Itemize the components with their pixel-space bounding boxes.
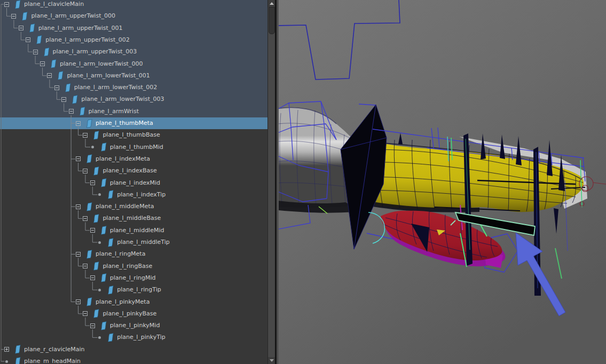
collapse-toggle-icon[interactable]: [90, 275, 95, 280]
scroll-up-button[interactable]: [268, 0, 276, 7]
tree-item-label: plane_l_arm_upperTwist_001: [38, 22, 123, 34]
poly-plane-icon: [43, 48, 50, 57]
scroll-down-button[interactable]: [268, 357, 276, 364]
leaf-node-dot: [98, 289, 101, 291]
tree-item-plane_l_ringBase[interactable]: plane_l_ringBase: [0, 260, 267, 272]
collapse-toggle-icon[interactable]: [33, 50, 38, 54]
tree-item-plane_l_arm_upperTwist_002[interactable]: plane_l_arm_upperTwist_002: [0, 34, 267, 46]
up-arrow-icon: [270, 2, 274, 5]
collapse-toggle-icon[interactable]: [83, 264, 88, 268]
tree-item-plane_l_middleTip[interactable]: plane_l_middleTip: [0, 236, 267, 248]
tree-item-plane_l_arm_lowerTwist_000[interactable]: plane_l_arm_lowerTwist_000: [0, 58, 267, 70]
down-arrow-icon: [270, 359, 274, 362]
panel-divider[interactable]: [275, 0, 279, 364]
poly-plane-icon: [85, 119, 93, 128]
tree-item-label: plane_l_arm_lowerTwist_002: [74, 82, 157, 93]
tree-item-label: plane_l_ringMeta: [96, 248, 145, 260]
poly-plane-icon: [107, 238, 114, 247]
leaf-node-dot: [98, 336, 101, 339]
tree-item-plane_l_ringMeta[interactable]: plane_l_ringMeta: [0, 248, 267, 260]
application-window: plane_l_clavicleMainplane_l_arm_upperTwi…: [0, 0, 606, 364]
tree-item-plane_l_ringMid[interactable]: plane_l_ringMid: [0, 272, 267, 284]
tree-item-plane_l_middleMid[interactable]: plane_l_middleMid: [0, 225, 267, 236]
collapse-toggle-icon[interactable]: [26, 37, 30, 42]
poly-plane-icon: [71, 95, 78, 104]
poly-plane-icon: [107, 286, 114, 295]
poly-plane-icon: [64, 83, 72, 92]
collapse-toggle-icon[interactable]: [90, 323, 95, 328]
tree-item-plane_l_thumbMid[interactable]: plane_l_thumbMid: [0, 141, 267, 153]
tree-item-plane_r_clavicleMain[interactable]: plane_r_clavicleMain: [0, 344, 267, 355]
outliner-scrollbar[interactable]: [267, 0, 276, 364]
tree-item-plane_l_arm_lowerTwist_001[interactable]: plane_l_arm_lowerTwist_001: [0, 70, 267, 82]
collapse-toggle-icon[interactable]: [54, 85, 59, 90]
poly-plane-icon: [100, 226, 107, 235]
collapse-toggle-icon[interactable]: [69, 109, 74, 114]
collapse-toggle-icon[interactable]: [40, 61, 45, 66]
collapse-toggle-icon[interactable]: [19, 26, 23, 30]
tree-item-label: plane_l_middleBase: [103, 212, 161, 224]
collapse-toggle-icon[interactable]: [90, 228, 95, 233]
collapse-toggle-icon[interactable]: [83, 216, 88, 221]
poly-plane-icon: [50, 59, 57, 68]
collapse-toggle-icon[interactable]: [83, 133, 88, 138]
tree-item-plane_l_arm_upperTwist_001[interactable]: plane_l_arm_upperTwist_001: [0, 22, 267, 34]
collapse-toggle-icon[interactable]: [47, 73, 52, 78]
tree-item-plane_m_headMain[interactable]: plane_m_headMain: [0, 355, 267, 364]
tree-item-plane_l_clavicleMain[interactable]: plane_l_clavicleMain: [0, 0, 267, 10]
leaf-node-dot: [91, 146, 94, 148]
leaf-node-dot: [5, 360, 8, 363]
poly-plane-icon: [100, 273, 107, 282]
expand-toggle-icon[interactable]: [4, 347, 9, 352]
collapse-toggle-icon[interactable]: [76, 204, 81, 209]
tree-item-plane_l_pinkyTip[interactable]: plane_l_pinkyTip: [0, 331, 267, 343]
poly-plane-icon: [100, 321, 107, 330]
poly-plane-icon: [28, 23, 36, 33]
collapse-toggle-icon[interactable]: [4, 2, 9, 7]
poly-plane-icon: [21, 12, 28, 21]
poly-plane-icon: [107, 190, 114, 199]
tree-item-plane_l_ringTip[interactable]: plane_l_ringTip: [0, 284, 267, 296]
collapse-toggle-icon[interactable]: [61, 97, 66, 102]
collapse-toggle-icon[interactable]: [76, 121, 81, 126]
tree-item-label: plane_l_arm_upperTwist_003: [53, 46, 137, 58]
tree-item-plane_l_indexMeta[interactable]: plane_l_indexMeta: [0, 153, 267, 165]
poly-plane-icon: [92, 131, 100, 140]
collapse-toggle-icon[interactable]: [83, 169, 88, 173]
poly-plane-icon: [14, 345, 21, 354]
tree-item-plane_l_indexBase[interactable]: plane_l_indexBase: [0, 165, 267, 177]
tree-item-plane_l_indexTip[interactable]: plane_l_indexTip: [0, 189, 267, 201]
tree-item-plane_l_thumbBase[interactable]: plane_l_thumbBase: [0, 129, 267, 141]
leaf-node-dot: [98, 193, 101, 196]
outliner-panel[interactable]: plane_l_clavicleMainplane_l_arm_upperTwi…: [0, 0, 267, 364]
tree-item-plane_l_arm_lowerTwist_002[interactable]: plane_l_arm_lowerTwist_002: [0, 82, 267, 93]
tree-item-label: plane_l_ringTip: [117, 284, 161, 296]
tree-item-plane_l_arm_upperTwist_000[interactable]: plane_l_arm_upperTwist_000: [0, 10, 267, 22]
tree-item-plane_l_arm_upperTwist_003[interactable]: plane_l_arm_upperTwist_003: [0, 46, 267, 58]
tree-item-label: plane_l_indexMid: [110, 177, 160, 189]
collapse-toggle-icon[interactable]: [76, 252, 81, 257]
tree-item-plane_l_pinkyMid[interactable]: plane_l_pinkyMid: [0, 320, 267, 331]
collapse-toggle-icon[interactable]: [11, 14, 16, 19]
tree-item-plane_l_middleMeta[interactable]: plane_l_middleMeta: [0, 201, 267, 212]
tree-item-label: plane_l_indexBase: [103, 165, 156, 177]
tree-item-plane_l_arm_lowerTwist_003[interactable]: plane_l_arm_lowerTwist_003: [0, 93, 267, 105]
collapse-toggle-icon[interactable]: [76, 299, 81, 304]
tree-item-plane_l_thumbMeta[interactable]: plane_l_thumbMeta: [0, 117, 267, 129]
viewport-3d[interactable]: [279, 0, 606, 364]
tree-item-plane_l_armWrist[interactable]: plane_l_armWrist: [0, 106, 267, 117]
collapse-toggle-icon[interactable]: [83, 311, 88, 316]
tree-item-label: plane_l_arm_lowerTwist_001: [67, 70, 149, 82]
tree-item-plane_l_indexMid[interactable]: plane_l_indexMid: [0, 177, 267, 189]
tree-item-label: plane_l_thumbBase: [103, 129, 160, 141]
collapse-toggle-icon[interactable]: [90, 180, 95, 185]
tree-item-plane_l_middleBase[interactable]: plane_l_middleBase: [0, 212, 267, 224]
tree-item-plane_l_pinkyBase[interactable]: plane_l_pinkyBase: [0, 308, 267, 320]
tree-item-label: plane_r_clavicleMain: [24, 344, 85, 355]
scrollbar-thumb[interactable]: [269, 7, 275, 34]
tree-item-label: plane_l_arm_lowerTwist_000: [60, 58, 143, 70]
poly-plane-icon: [92, 167, 100, 176]
tree-item-label: plane_l_indexTip: [117, 189, 166, 201]
tree-item-plane_l_pinkyMeta[interactable]: plane_l_pinkyMeta: [0, 296, 267, 308]
collapse-toggle-icon[interactable]: [76, 156, 81, 161]
